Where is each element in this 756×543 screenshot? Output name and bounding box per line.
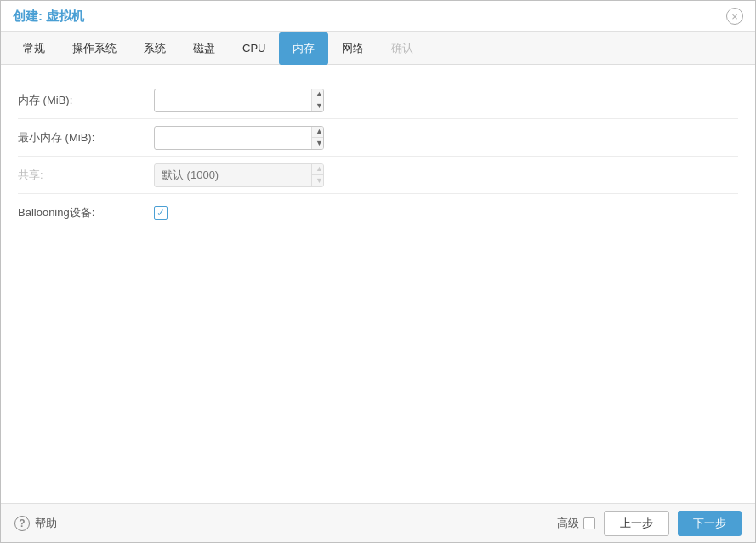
- tab-general[interactable]: 常规: [9, 32, 59, 65]
- content-area: 内存 (MiB): 2048 ▲ ▼ 最小内存 (MiB): 2048 ▲ ▼: [1, 65, 755, 503]
- min-memory-label: 最小内存 (MiB):: [18, 130, 154, 146]
- help-icon[interactable]: ?: [14, 516, 30, 531]
- back-button[interactable]: 上一步: [604, 511, 669, 536]
- next-button[interactable]: 下一步: [678, 511, 742, 536]
- tab-system[interactable]: 系统: [130, 32, 179, 65]
- memory-input[interactable]: 2048: [155, 89, 311, 111]
- tab-disk[interactable]: 磁盘: [179, 32, 229, 65]
- dialog: 创建: 虚拟机 × 常规 操作系统 系统 磁盘 CPU 内存 网络 确认 内存 …: [0, 0, 756, 543]
- tab-bar: 常规 操作系统 系统 磁盘 CPU 内存 网络 确认: [1, 32, 755, 65]
- min-memory-row: 最小内存 (MiB): 2048 ▲ ▼: [18, 119, 738, 157]
- close-button[interactable]: ×: [726, 8, 743, 25]
- tab-memory[interactable]: 内存: [279, 32, 328, 65]
- ballooning-label: Ballooning设备:: [18, 205, 154, 220]
- advanced-wrap: 高级: [557, 516, 595, 531]
- advanced-checkbox[interactable]: [583, 517, 595, 529]
- tab-cpu[interactable]: CPU: [229, 32, 279, 65]
- help-label: 帮助: [35, 516, 57, 531]
- memory-spinbox[interactable]: 2048 ▲ ▼: [154, 89, 324, 112]
- tab-confirm: 确认: [378, 32, 427, 65]
- shares-input: [155, 164, 311, 186]
- memory-spin-up[interactable]: ▲: [312, 89, 324, 101]
- dialog-title: 创建: 虚拟机: [13, 9, 84, 25]
- footer-right: 高级 上一步 下一步: [557, 511, 742, 536]
- memory-label: 内存 (MiB):: [18, 93, 154, 108]
- min-memory-input[interactable]: 2048: [155, 127, 311, 149]
- shares-spin-down: ▼: [312, 175, 324, 186]
- min-memory-spin-buttons: ▲ ▼: [311, 127, 324, 149]
- shares-spinbox: ▲ ▼: [154, 163, 324, 187]
- shares-label: 共享:: [18, 168, 154, 183]
- ballooning-checkbox-wrap[interactable]: ✓: [154, 206, 168, 220]
- min-memory-spin-down[interactable]: ▼: [312, 138, 324, 149]
- shares-row: 共享: ▲ ▼: [18, 157, 738, 194]
- tab-os[interactable]: 操作系统: [59, 32, 130, 65]
- ballooning-row: Ballooning设备: ✓: [18, 194, 738, 231]
- shares-spin-buttons: ▲ ▼: [311, 164, 324, 186]
- dialog-header: 创建: 虚拟机 ×: [1, 1, 755, 32]
- footer-left: ? 帮助: [14, 516, 57, 531]
- advanced-label: 高级: [557, 516, 579, 531]
- min-memory-spin-up[interactable]: ▲: [312, 127, 324, 139]
- memory-spin-down[interactable]: ▼: [312, 100, 324, 111]
- ballooning-checkmark: ✓: [156, 208, 165, 218]
- min-memory-spinbox[interactable]: 2048 ▲ ▼: [154, 126, 324, 150]
- memory-spin-buttons: ▲ ▼: [311, 89, 324, 111]
- memory-row: 内存 (MiB): 2048 ▲ ▼: [18, 82, 738, 119]
- dialog-footer: ? 帮助 高级 上一步 下一步: [1, 503, 755, 542]
- ballooning-checkbox[interactable]: ✓: [154, 206, 168, 220]
- shares-spin-up: ▲: [312, 164, 324, 176]
- tab-network[interactable]: 网络: [328, 32, 378, 65]
